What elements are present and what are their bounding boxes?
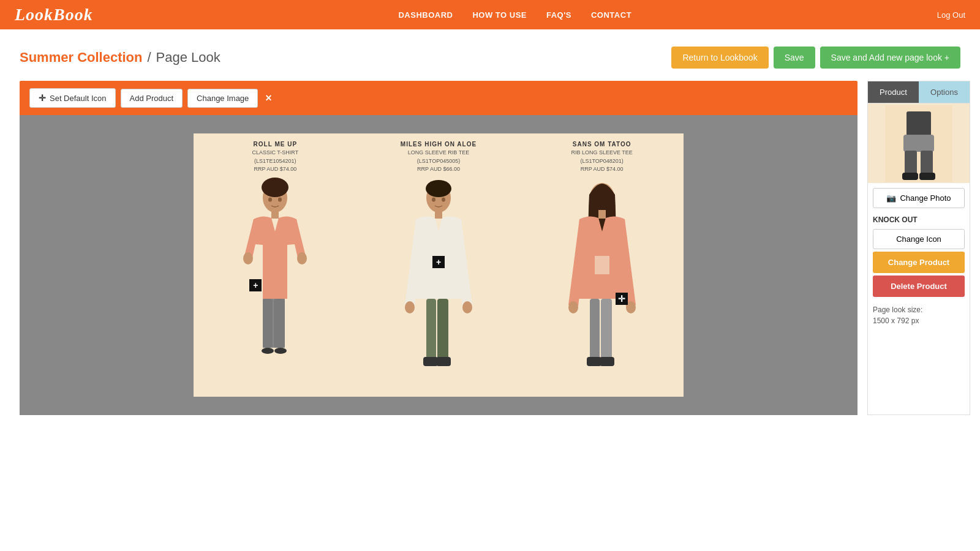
svg-point-3 — [243, 252, 253, 264]
svg-point-11 — [278, 198, 282, 202]
model-2-figure — [399, 176, 478, 384]
save-button[interactable]: Save — [774, 47, 815, 69]
panel-product-image — [868, 103, 970, 183]
breadcrumb-collection[interactable]: Summer Collection — [20, 50, 142, 66]
tab-options[interactable]: Options — [919, 81, 970, 103]
svg-rect-6 — [263, 299, 273, 348]
breadcrumb: Summer Collection / Page Look — [20, 50, 221, 66]
toolbar: ✛ Set Default Icon Add Product Change Im… — [20, 81, 858, 115]
close-toolbar-button[interactable]: × — [265, 92, 272, 105]
return-to-lookbook-button[interactable]: Return to Lookbook — [671, 47, 768, 69]
header: LookBook DASHBOARD HOW TO USE FAQ'S CONT… — [0, 0, 980, 29]
svg-point-1 — [262, 178, 288, 197]
nav-faqs[interactable]: FAQ'S — [546, 10, 571, 20]
svg-point-26 — [568, 301, 578, 313]
models-container: + — [194, 133, 684, 397]
save-and-add-button[interactable]: Save and Add new page look + — [820, 47, 960, 69]
canvas-wrapper: ROLL ME UP CLASSIC T-SHIRT (LS1TE1054201… — [20, 115, 858, 415]
tab-product[interactable]: Product — [868, 81, 919, 103]
page-look-wrapper: ✛ Set Default Icon Add Product Change Im… — [10, 81, 970, 415]
main-nav: DASHBOARD HOW TO USE FAQ'S CONTACT — [398, 10, 631, 20]
svg-point-16 — [462, 301, 472, 313]
nav-contact[interactable]: CONTACT — [591, 10, 631, 20]
svg-rect-30 — [587, 357, 601, 366]
add-product-button[interactable]: Add Product — [121, 89, 183, 108]
svg-point-4 — [297, 252, 307, 264]
svg-point-22 — [442, 198, 445, 202]
delete-product-button[interactable]: Delete Product — [873, 276, 965, 297]
svg-point-15 — [405, 301, 415, 313]
svg-rect-36 — [921, 151, 933, 175]
svg-point-9 — [274, 348, 287, 354]
change-photo-button[interactable]: 📷 Change Photo — [873, 188, 965, 208]
main-content: Summer Collection / Page Look Return to … — [0, 29, 980, 551]
title-bar: Summer Collection / Page Look Return to … — [0, 29, 980, 81]
change-image-button[interactable]: Change Image — [187, 89, 258, 108]
change-product-button[interactable]: Change Product — [873, 252, 965, 273]
panel-tabs: Product Options — [868, 81, 970, 103]
svg-rect-28 — [590, 299, 600, 360]
svg-point-21 — [432, 198, 435, 202]
product-pin-2[interactable]: + — [432, 256, 445, 268]
svg-point-10 — [268, 198, 272, 202]
svg-rect-19 — [423, 357, 438, 366]
svg-rect-37 — [902, 173, 918, 180]
model-1: + — [194, 164, 357, 397]
logo: LookBook — [15, 5, 93, 24]
svg-rect-29 — [601, 299, 612, 360]
knockout-label: KNOCK OUT — [868, 213, 970, 227]
svg-rect-14 — [435, 210, 442, 219]
svg-rect-24 — [598, 210, 606, 219]
svg-rect-18 — [437, 299, 448, 360]
panel-product-figure — [885, 105, 952, 182]
model-1-figure — [235, 176, 315, 384]
right-panel: Product Options — [867, 81, 970, 415]
camera-icon: 📷 — [886, 193, 896, 203]
model-3-figure — [562, 176, 642, 384]
breadcrumb-current-page: Page Look — [156, 50, 221, 66]
canvas-section: ✛ Set Default Icon Add Product Change Im… — [10, 81, 867, 415]
plus-icon: ✛ — [39, 93, 46, 103]
set-default-icon-button[interactable]: ✛ Set Default Icon — [29, 88, 116, 108]
svg-rect-17 — [426, 299, 436, 360]
model-3: ✛ — [520, 164, 684, 397]
svg-rect-38 — [919, 173, 935, 180]
svg-rect-35 — [905, 151, 917, 175]
svg-point-8 — [262, 348, 274, 354]
model-2: + — [357, 164, 521, 397]
title-actions: Return to Lookbook Save Save and Add new… — [671, 47, 960, 69]
svg-rect-33 — [907, 111, 931, 136]
canvas: ROLL ME UP CLASSIC T-SHIRT (LS1TE1054201… — [194, 133, 684, 397]
svg-point-13 — [426, 180, 451, 197]
nav-how-to-use[interactable]: HOW TO USE — [472, 10, 527, 20]
breadcrumb-separator: / — [147, 50, 151, 66]
nav-dashboard[interactable]: DASHBOARD — [398, 10, 453, 20]
logout-link[interactable]: Log Out — [937, 10, 965, 20]
svg-rect-34 — [903, 135, 934, 152]
svg-rect-31 — [600, 357, 614, 366]
svg-rect-25 — [595, 256, 609, 274]
product-pin-3[interactable]: ✛ — [616, 293, 628, 305]
change-icon-button[interactable]: Change Icon — [873, 229, 965, 249]
page-look-size: Page look size: 1500 x 792 px — [868, 299, 970, 331]
svg-rect-2 — [271, 210, 279, 219]
product-pin-1[interactable]: + — [249, 279, 262, 291]
svg-rect-7 — [274, 299, 285, 348]
svg-rect-20 — [436, 357, 451, 366]
